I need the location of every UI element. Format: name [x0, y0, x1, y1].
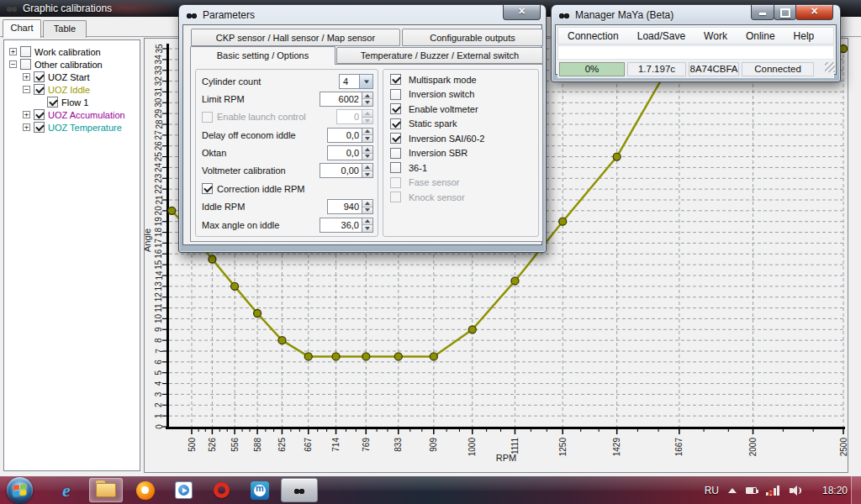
battery-icon[interactable]: [746, 487, 757, 494]
calibration-tree[interactable]: +Work calibration−Other calibration+UOZ …: [3, 39, 140, 471]
spin-value[interactable]: 6002: [320, 92, 362, 107]
option-inversion-switch[interactable]: Inversion switch: [390, 89, 535, 100]
spin-up-button[interactable]: [362, 146, 372, 154]
spin-down-button[interactable]: [362, 154, 372, 160]
spin-up-button[interactable]: [362, 129, 372, 136]
menu-connection[interactable]: Connection: [558, 30, 628, 42]
tree-item-uoz-temperature[interactable]: +UOZ Temperature: [4, 121, 140, 134]
opera-icon[interactable]: [207, 478, 235, 502]
tab-ckp-hall-map[interactable]: CKP sensor / Hall sensor / Map sensor: [191, 29, 400, 46]
hidden-icons-arrow[interactable]: [728, 488, 737, 493]
svg-text:909: 909: [429, 438, 438, 452]
checkbox-36-1[interactable]: [390, 162, 401, 173]
spin-value[interactable]: 0,0: [327, 128, 362, 143]
svg-text:8: 8: [155, 338, 164, 343]
parameters-client: CKP sensor / Hall sensor / Map sensor Co…: [182, 24, 542, 245]
show-desktop-button[interactable]: [851, 476, 861, 504]
svg-text:23: 23: [155, 173, 164, 183]
spin-max-angle-on-iddle[interactable]: 36,0: [320, 218, 373, 233]
volume-icon[interactable]: [790, 486, 801, 496]
option-inversion-sai-60-2[interactable]: Inversion SAI/60-2: [390, 133, 535, 144]
expand-toggle[interactable]: +: [23, 73, 30, 81]
language-indicator[interactable]: RU: [705, 485, 719, 496]
spin-down-button[interactable]: [362, 135, 372, 142]
spin-value[interactable]: 0,0: [327, 145, 362, 160]
spin-down-button[interactable]: [362, 225, 372, 232]
option-enable-voltmeter[interactable]: Enable voltmeter: [390, 103, 535, 114]
spin-value[interactable]: 940: [327, 199, 362, 214]
spin-oktan[interactable]: 0,0: [327, 145, 374, 160]
spin-down-button[interactable]: [362, 99, 372, 106]
tree-checkbox[interactable]: [34, 71, 45, 82]
tree-item-flow-1[interactable]: Flow 1: [4, 96, 140, 108]
maxthon-icon[interactable]: [246, 478, 274, 502]
minimize-button[interactable]: [751, 5, 774, 20]
tab-chart[interactable]: Chart: [3, 19, 41, 38]
expand-toggle[interactable]: −: [9, 60, 17, 68]
checkbox-static-spark[interactable]: [390, 118, 401, 129]
start-button[interactable]: [7, 477, 33, 503]
tree-item-uoz-start[interactable]: +UOZ Start: [4, 71, 140, 83]
expand-toggle[interactable]: −: [23, 86, 30, 93]
option-multispark-mode[interactable]: Multispark mode: [390, 74, 535, 85]
spin-up-button[interactable]: [362, 164, 372, 171]
maximize-button[interactable]: [774, 5, 796, 20]
svg-text:3: 3: [155, 391, 164, 396]
checkbox-enable-voltmeter[interactable]: [390, 103, 401, 114]
clock[interactable]: 18:20: [822, 485, 848, 496]
tab-basic-setting-options[interactable]: Basic setting / Options: [190, 46, 335, 65]
spin-up-button[interactable]: [362, 200, 372, 207]
tab-table[interactable]: Table: [43, 20, 87, 38]
close-button[interactable]: [795, 5, 833, 20]
option-inversion-sbr[interactable]: Inversion SBR: [390, 148, 535, 159]
spin-value[interactable]: 36,0: [320, 218, 362, 233]
menu-help[interactable]: Help: [784, 30, 824, 42]
menu-online[interactable]: Online: [737, 30, 784, 42]
orange-app-icon[interactable]: [131, 478, 160, 502]
spin-iddle-rpm[interactable]: 940: [327, 199, 374, 214]
combo-dropdown-button[interactable]: [359, 74, 373, 89]
option-static-spark[interactable]: Static spark: [390, 118, 535, 129]
spin-value[interactable]: 0,00: [320, 163, 362, 178]
tree-checkbox[interactable]: [47, 97, 58, 108]
menu-load-save[interactable]: Load/Save: [628, 30, 695, 42]
close-button[interactable]: [503, 5, 541, 20]
tree-checkbox[interactable]: [20, 59, 31, 70]
tree-item-work-calibration[interactable]: +Work calibration: [4, 45, 140, 58]
expand-toggle[interactable]: +: [23, 111, 30, 118]
resize-grip[interactable]: [825, 62, 835, 72]
media-player-icon[interactable]: [169, 478, 198, 502]
field-voltmeter-calibration: Voltmeter calibration0,00: [202, 163, 373, 179]
tree-checkbox[interactable]: [34, 122, 45, 133]
checkbox-multispark-mode[interactable]: [390, 74, 401, 85]
checkbox-inversion-sbr[interactable]: [390, 148, 401, 159]
tree-item-uoz-iddle[interactable]: −UOZ Iddle: [4, 83, 140, 96]
expand-toggle[interactable]: +: [9, 48, 17, 55]
tree-checkbox[interactable]: [20, 46, 31, 57]
windows-explorer-button[interactable]: [89, 478, 123, 502]
option-36-1[interactable]: 36-1: [390, 162, 535, 173]
spin-delay-off-econom-iddle[interactable]: 0,0: [327, 128, 374, 143]
expand-toggle[interactable]: +: [23, 123, 30, 131]
checkbox-inversion-sai-60-2[interactable]: [390, 133, 401, 144]
tree-checkbox[interactable]: [34, 84, 45, 95]
svg-text:17: 17: [155, 238, 164, 248]
tree-item-other-calibration[interactable]: −Other calibration: [4, 58, 140, 71]
tree-item-uoz-accumulation[interactable]: +UOZ Accumulation: [4, 108, 140, 121]
combo-cylinder-count[interactable]: 4: [339, 74, 373, 89]
spin-voltmeter-calibration[interactable]: 0,00: [320, 163, 373, 178]
internet-explorer-icon[interactable]: e: [52, 478, 81, 502]
checkbox-inversion-switch[interactable]: [390, 89, 401, 100]
spin-down-button[interactable]: [362, 207, 372, 214]
tab-temperature-buzzer-switch[interactable]: Temperature / Buzzer / External switch: [336, 47, 543, 64]
network-icon[interactable]: ×: [766, 486, 780, 496]
checkbox-correction-iddle-rpm[interactable]: [202, 183, 213, 194]
menu-work[interactable]: Work: [695, 30, 737, 42]
spin-up-button[interactable]: [362, 92, 372, 100]
tab-configurable-outputs[interactable]: Configurable outputs: [402, 29, 543, 46]
tree-checkbox[interactable]: [34, 109, 45, 120]
spin-limit-rpm[interactable]: 6002: [320, 92, 373, 107]
maya-app-button[interactable]: [281, 478, 318, 502]
spin-up-button[interactable]: [362, 218, 372, 226]
spin-down-button[interactable]: [362, 171, 372, 178]
